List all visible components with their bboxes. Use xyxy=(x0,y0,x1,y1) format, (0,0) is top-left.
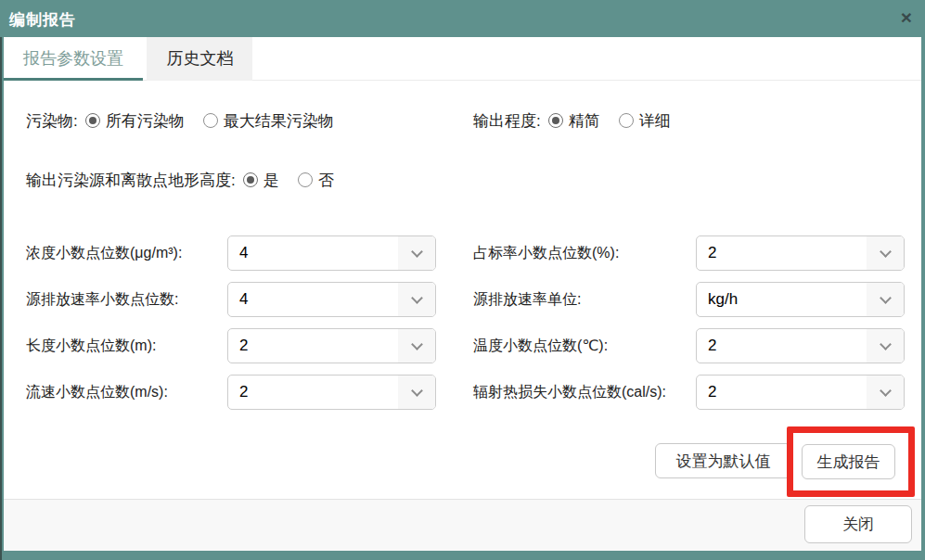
field-label-emission-rate-unit: 源排放速率单位: xyxy=(473,282,581,317)
radio-option-label: 详细 xyxy=(639,110,671,132)
chevron-down-icon xyxy=(867,283,904,316)
field-label-emission-rate-decimals: 源排放速率小数点位数: xyxy=(26,282,178,317)
tab-bar: 报告参数设置 历史文档 xyxy=(4,37,921,81)
terrain-height-label: 输出污染源和离散点地形高度: xyxy=(26,170,236,191)
pollutant-label: 污染物: xyxy=(26,110,78,132)
field-label-velocity-decimals: 流速小数点位数(m/s): xyxy=(26,375,168,410)
output-level-radio-group: 输出程度: 精简 详细 xyxy=(473,109,689,132)
radio-option-all-pollutants[interactable]: 所有污染物 xyxy=(85,110,185,132)
radio-unselected-icon[interactable] xyxy=(619,113,634,128)
dialog-content: 报告参数设置 历史文档 污染物: 所有污染物 最大结果污染物 输出程度: 精简 … xyxy=(4,37,921,551)
generate-report-button[interactable]: 生成报告 xyxy=(802,444,895,479)
select-value: 4 xyxy=(228,244,398,262)
select-value: 2 xyxy=(697,244,867,262)
chevron-down-icon xyxy=(398,283,435,316)
select-emission-rate-decimals[interactable]: 4 xyxy=(227,282,436,317)
radio-unselected-icon[interactable] xyxy=(203,113,218,128)
field-label-length-decimals: 长度小数点位数(m): xyxy=(26,328,156,363)
terrain-height-radio-group: 输出污染源和离散点地形高度: 是 否 xyxy=(26,169,353,191)
radio-selected-icon[interactable] xyxy=(85,113,100,128)
output-level-label: 输出程度: xyxy=(473,110,541,132)
tab-history-docs[interactable]: 历史文档 xyxy=(147,37,252,81)
select-concentration-decimals[interactable]: 4 xyxy=(227,235,436,271)
select-value: 2 xyxy=(228,337,398,355)
select-value: 4 xyxy=(228,290,398,309)
radio-option-yes[interactable]: 是 xyxy=(243,170,279,191)
chevron-down-icon xyxy=(867,236,904,270)
pollutant-radio-group: 污染物: 所有污染物 最大结果污染物 xyxy=(26,109,353,132)
chevron-down-icon xyxy=(398,375,435,409)
dialog-titlebar: 编制报告 × xyxy=(0,0,925,37)
radio-unselected-icon[interactable] xyxy=(298,172,313,187)
select-value: kg/h xyxy=(697,290,867,309)
select-value: 2 xyxy=(228,383,398,401)
select-temperature-decimals[interactable]: 2 xyxy=(696,328,905,363)
radio-option-label: 否 xyxy=(318,170,334,191)
select-velocity-decimals[interactable]: 2 xyxy=(227,375,436,410)
select-ratio-decimals[interactable]: 2 xyxy=(696,235,905,271)
radio-option-label: 所有污染物 xyxy=(106,110,185,132)
dialog-title: 编制报告 xyxy=(9,9,76,31)
field-label-ratio-decimals: 占标率小数点位数(%): xyxy=(473,235,619,271)
field-label-temperature-decimals: 温度小数点位数(℃): xyxy=(473,328,608,363)
radio-option-no[interactable]: 否 xyxy=(298,170,334,191)
close-icon[interactable]: × xyxy=(901,7,912,28)
radio-option-max-result-pollutant[interactable]: 最大结果污染物 xyxy=(203,110,334,132)
field-label-concentration-decimals: 浓度小数点位数(μg/m³): xyxy=(26,235,182,271)
set-default-button[interactable]: 设置为默认值 xyxy=(655,443,791,478)
radio-option-concise[interactable]: 精简 xyxy=(548,110,600,132)
dialog-left-edge xyxy=(0,37,2,560)
close-button[interactable]: 关闭 xyxy=(804,505,912,543)
radio-selected-icon[interactable] xyxy=(548,113,563,128)
field-label-radiant-heat-loss-decimals: 辐射热损失小数点位数(cal/s): xyxy=(473,375,666,410)
chevron-down-icon xyxy=(867,375,904,409)
radio-selected-icon[interactable] xyxy=(243,172,258,187)
radio-option-label: 最大结果污染物 xyxy=(224,110,334,132)
chevron-down-icon xyxy=(867,329,904,363)
chevron-down-icon xyxy=(398,329,435,363)
dialog-footer: 关闭 xyxy=(4,499,921,551)
select-value: 2 xyxy=(697,337,867,355)
radio-option-label: 精简 xyxy=(569,110,600,132)
tab-report-params[interactable]: 报告参数设置 xyxy=(4,37,143,81)
select-length-decimals[interactable]: 2 xyxy=(227,328,436,363)
select-emission-rate-unit[interactable]: kg/h xyxy=(696,282,905,317)
select-radiant-heat-loss-decimals[interactable]: 2 xyxy=(696,375,905,410)
select-value: 2 xyxy=(697,383,867,401)
radio-option-detailed[interactable]: 详细 xyxy=(619,110,671,132)
chevron-down-icon xyxy=(398,236,435,270)
radio-option-label: 是 xyxy=(263,170,279,191)
